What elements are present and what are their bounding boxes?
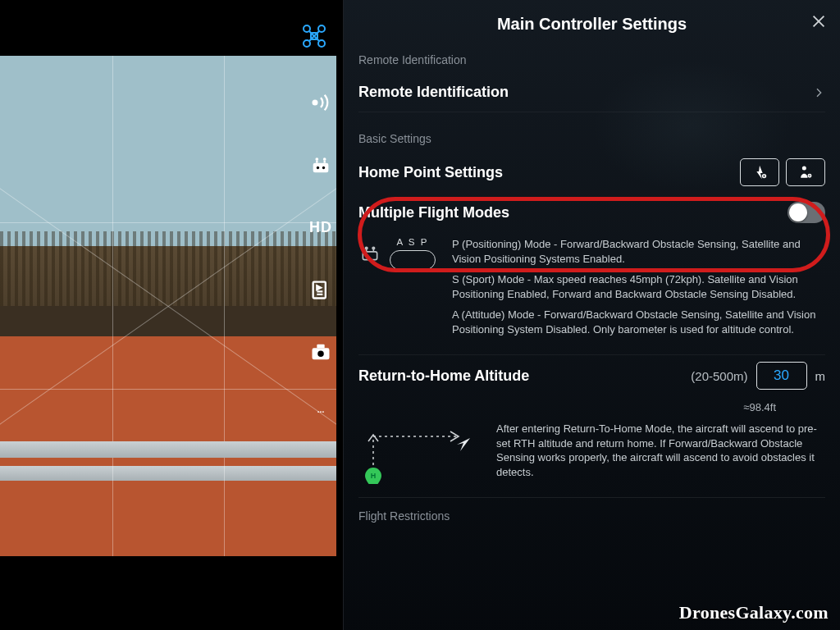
svg-text:H: H xyxy=(763,175,765,178)
more-icon[interactable] xyxy=(308,402,333,427)
close-icon[interactable] xyxy=(809,11,829,31)
svg-text:H: H xyxy=(371,472,377,480)
svg-point-5 xyxy=(313,100,318,106)
svg-point-11 xyxy=(317,167,319,169)
multiple-flight-modes-label: Multiple Flight Modes xyxy=(358,204,509,221)
settings-panel: Main Controller Settings Remote Identifi… xyxy=(343,0,840,630)
multiple-flight-modes-toggle[interactable] xyxy=(788,202,825,223)
svg-rect-6 xyxy=(313,163,329,173)
panel-title: Main Controller Settings xyxy=(358,15,825,34)
gridline-diagonal xyxy=(0,56,336,556)
rth-altitude-label: Return-to-Home Altitude xyxy=(358,368,529,385)
s-mode-description: S (Sport) Mode - Max speed reaches 45mph… xyxy=(452,272,825,301)
a-mode-description: A (Attitude) Mode - Forward/Backward Obs… xyxy=(452,308,825,336)
aircraft-status-icon[interactable] xyxy=(301,23,327,49)
svg-point-2 xyxy=(304,40,310,47)
section-label-flight-restrictions: Flight Restrictions xyxy=(358,509,825,523)
svg-point-17 xyxy=(317,411,319,413)
svg-point-1 xyxy=(318,25,325,32)
watermark: DronesGalaxy.com xyxy=(679,602,829,623)
mode-switch-icon xyxy=(390,250,436,270)
rth-diagram: H xyxy=(358,422,482,484)
svg-point-16 xyxy=(317,351,323,357)
rth-description-text: After entering Return-To-Home Mode, the … xyxy=(496,422,825,484)
svg-point-0 xyxy=(304,25,310,32)
svg-rect-13 xyxy=(313,282,326,299)
camera-feed xyxy=(0,56,336,556)
svg-point-7 xyxy=(315,158,318,161)
p-mode-description: P (Positioning) Mode - Forward/Backward … xyxy=(452,237,825,266)
svg-point-18 xyxy=(320,411,322,413)
home-point-label: Home Point Settings xyxy=(358,164,503,181)
flight-mode-descriptions: P (Positioning) Mode - Forward/Backward … xyxy=(452,237,825,343)
rth-unit: m xyxy=(815,369,826,383)
signal-icon[interactable] xyxy=(308,90,333,115)
remote-identification-row[interactable]: Remote Identification xyxy=(358,73,825,112)
rth-approx-ft: ≈98.4ft xyxy=(358,401,776,413)
flight-mode-switch-diagram: A S P xyxy=(358,237,436,270)
camera-settings-icon[interactable] xyxy=(308,340,333,364)
hd-transmission-icon[interactable]: HD xyxy=(308,215,333,240)
svg-rect-15 xyxy=(317,345,324,349)
rth-altitude-row: Return-to-Home Altitude (20-500m) 30 m xyxy=(358,355,825,396)
section-label-basic: Basic Settings xyxy=(358,132,825,145)
home-point-user-button[interactable]: H xyxy=(786,158,825,186)
svg-rect-25 xyxy=(363,252,377,260)
svg-point-19 xyxy=(322,411,324,413)
svg-point-8 xyxy=(323,158,326,161)
mode-switch-letters: A S P xyxy=(397,237,429,247)
section-label-remote-id: Remote Identification xyxy=(358,53,825,66)
svg-point-3 xyxy=(318,40,325,47)
rth-description-row: H After entering Return-To-Home Mode, th… xyxy=(358,413,825,498)
flight-mode-info: A S P P (Positioning) Mode - Forward/Bac… xyxy=(358,232,825,355)
rth-range: (20-500m) xyxy=(691,369,747,383)
home-point-aircraft-button[interactable]: H xyxy=(740,158,779,186)
settings-category-sidebar: HD xyxy=(304,90,338,427)
chevron-right-icon xyxy=(812,86,825,99)
svg-point-12 xyxy=(322,167,325,169)
svg-point-26 xyxy=(365,247,368,249)
rth-altitude-input[interactable]: 30 xyxy=(756,362,807,390)
sensors-icon[interactable] xyxy=(308,277,333,302)
remote-controller-icon[interactable] xyxy=(308,153,333,177)
svg-point-22 xyxy=(802,167,806,171)
remote-identification-label: Remote Identification xyxy=(358,84,509,101)
remote-controller-small-icon xyxy=(358,240,381,267)
multiple-flight-modes-row: Multiple Flight Modes xyxy=(358,193,825,232)
svg-point-27 xyxy=(372,247,375,249)
home-point-row: Home Point Settings H H xyxy=(358,152,825,193)
